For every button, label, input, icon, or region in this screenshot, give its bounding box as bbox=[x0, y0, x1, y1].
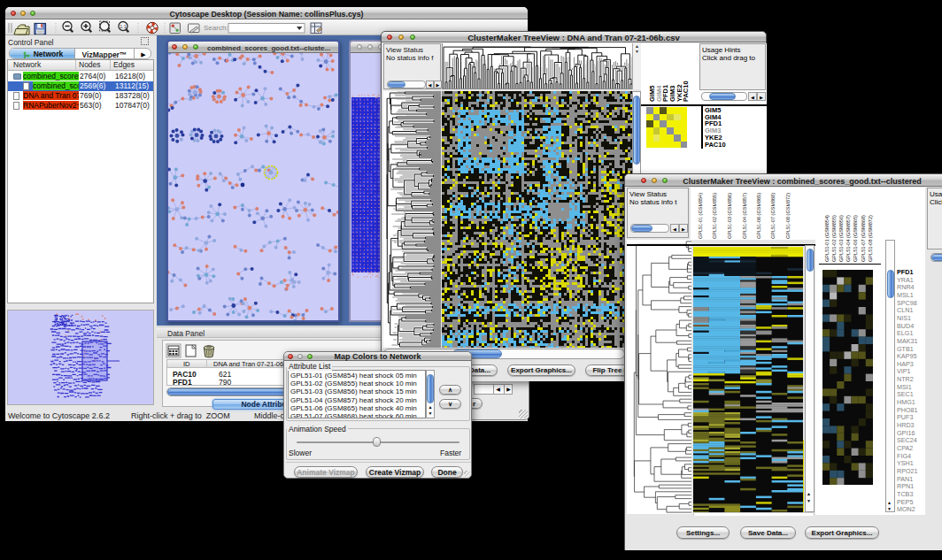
svg-text:1:1: 1:1 bbox=[120, 24, 127, 29]
svg-text:Search:: Search: bbox=[204, 24, 228, 32]
